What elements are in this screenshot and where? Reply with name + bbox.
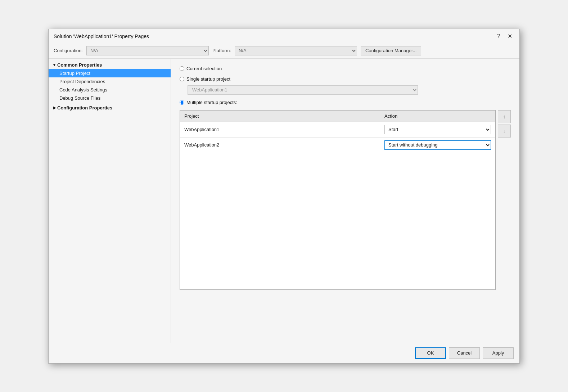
config-properties-label: Configuration Properties (57, 105, 112, 111)
action-cell: NoneStartStart without debugging (380, 137, 495, 153)
current-selection-label[interactable]: Current selection (186, 66, 222, 71)
sidebar-item-project-dependencies[interactable]: Project Dependencies (49, 77, 171, 86)
expander-icon: ▼ (51, 63, 57, 67)
config-manager-button[interactable]: Configuration Manager... (361, 46, 421, 55)
project-dependencies-label: Project Dependencies (59, 79, 105, 84)
startup-project-label: Startup Project (59, 71, 90, 76)
single-project-dropdown: WebApplication1 (188, 85, 418, 95)
multiple-startup-label[interactable]: Multiple startup projects: (186, 100, 237, 105)
main-content: ▼ Common Properties Startup Project Proj… (49, 59, 519, 343)
table-row: WebApplication1NoneStartStart without de… (180, 122, 495, 137)
sidebar-item-config-properties[interactable]: ▶ Configuration Properties (49, 104, 171, 112)
table-empty-area (180, 153, 495, 289)
move-down-button[interactable]: ↓ (498, 125, 511, 138)
property-pages-dialog: Solution 'WebApplication1' Property Page… (48, 29, 520, 364)
col-header-project: Project (180, 111, 380, 122)
current-selection-radio[interactable] (180, 66, 184, 71)
config-label: Configuration: (54, 48, 83, 53)
multiple-projects-table-section: Project Action WebApplication1NoneStartS… (180, 110, 511, 290)
action-cell: NoneStartStart without debugging (380, 122, 495, 137)
title-bar: Solution 'WebApplication1' Property Page… (49, 29, 519, 43)
sidebar: ▼ Common Properties Startup Project Proj… (49, 59, 171, 343)
projects-table-wrapper: Project Action WebApplication1NoneStartS… (180, 110, 496, 290)
help-button[interactable]: ? (495, 33, 502, 40)
config-bar: Configuration: N/A Platform: N/A Configu… (49, 43, 519, 59)
col-header-action: Action (380, 111, 495, 122)
content-area: Current selection Single startup project… (171, 59, 519, 343)
sidebar-item-startup-project[interactable]: Startup Project (49, 69, 171, 77)
configuration-dropdown[interactable]: N/A (86, 46, 209, 55)
close-button[interactable]: ✕ (505, 33, 514, 40)
single-startup-radio-row: Single startup project (180, 76, 511, 82)
code-analysis-settings-label: Code Analysis Settings (59, 87, 107, 93)
action-dropdown[interactable]: NoneStartStart without debugging (384, 125, 491, 134)
cancel-button[interactable]: Cancel (449, 347, 480, 359)
table-row: WebApplication2NoneStartStart without de… (180, 137, 495, 153)
multiple-startup-radio[interactable] (180, 100, 184, 105)
ok-button[interactable]: OK (415, 347, 446, 359)
platform-label: Platform: (212, 48, 231, 53)
platform-dropdown[interactable]: N/A (235, 46, 357, 55)
dialog-title: Solution 'WebApplication1' Property Page… (54, 33, 149, 39)
single-startup-radio[interactable] (180, 77, 184, 81)
title-bar-buttons: ? ✕ (495, 33, 514, 40)
current-selection-radio-row: Current selection (180, 66, 511, 71)
footer: OK Cancel Apply (49, 343, 519, 363)
debug-source-files-label: Debug Source Files (59, 95, 100, 101)
projects-table: Project Action WebApplication1NoneStartS… (180, 111, 495, 153)
project-cell: WebApplication2 (180, 137, 380, 153)
multiple-startup-radio-row: Multiple startup projects: (180, 100, 511, 105)
sidebar-item-common-properties[interactable]: ▼ Common Properties (49, 61, 171, 69)
sidebar-item-code-analysis-settings[interactable]: Code Analysis Settings (49, 86, 171, 94)
common-properties-label: Common Properties (57, 62, 102, 68)
apply-button[interactable]: Apply (483, 347, 514, 359)
move-up-button[interactable]: ↑ (498, 110, 511, 123)
arrow-buttons: ↑ ↓ (498, 110, 511, 138)
single-startup-group: Single startup project WebApplication1 (180, 76, 511, 95)
single-startup-label[interactable]: Single startup project (186, 76, 230, 82)
expander-icon-config: ▶ (51, 105, 57, 110)
project-cell: WebApplication1 (180, 122, 380, 137)
action-dropdown[interactable]: NoneStartStart without debugging (384, 140, 491, 150)
sidebar-item-debug-source-files[interactable]: Debug Source Files (49, 94, 171, 102)
